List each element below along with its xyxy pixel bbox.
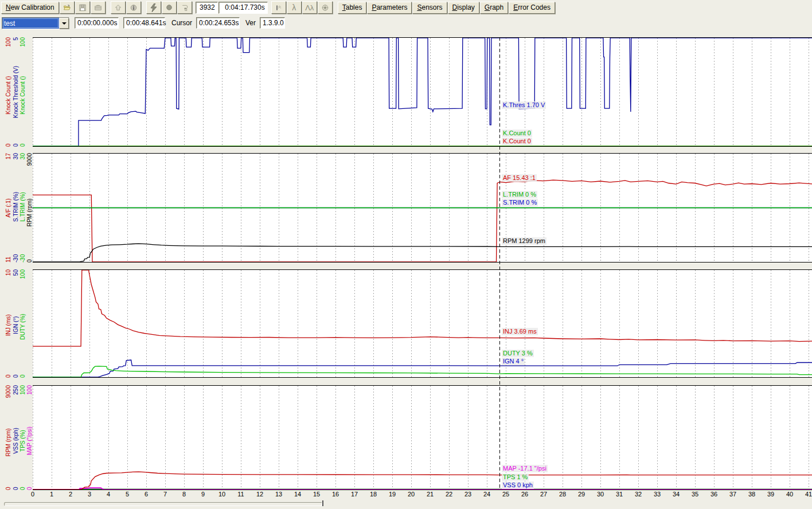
cursor-time-field[interactable]: 0:00:24.653s [196, 17, 240, 29]
axis-min: 0 [13, 487, 19, 490]
plot-panel-fuel-trim-rpm[interactable] [33, 153, 812, 263]
log-time-field[interactable]: 0:04:17.730s [218, 2, 268, 14]
axis-name: RPM (rpm) [5, 428, 11, 456]
axis-name: MAP ("/psi) [26, 426, 33, 455]
axis-fuel-trim-rpm-rpm-rpm-: 0RPM (rpm)9000 [26, 153, 33, 263]
info-button[interactable] [126, 1, 141, 14]
time-end-field[interactable]: 0:00:48.641s [123, 17, 165, 29]
graph-scroll-track[interactable] [4, 502, 322, 506]
datalog-button[interactable] [271, 1, 286, 14]
trace-route-icon [181, 3, 188, 12]
cursor-value-map: MAP -17.1 "/psi [502, 465, 548, 472]
axis-min: 0 [26, 259, 33, 263]
x-tick-32: 32 [635, 491, 642, 498]
record-button[interactable] [162, 1, 177, 14]
graph-area[interactable]: 0Knock Count ()1000Knock Threshold (V)50… [0, 32, 812, 509]
dual-lambda-button[interactable]: Λλ [302, 1, 317, 14]
cursor-value-rpm: RPM 1299 rpm [502, 237, 546, 245]
plot-panel-rpm-vss-tps-map[interactable] [33, 385, 812, 490]
axis-min: 0 [19, 143, 26, 147]
dual-lambda-icon: Λλ [305, 3, 314, 12]
graph-scroll-thumb[interactable] [322, 500, 323, 506]
axis-name: VSS (kph) [13, 428, 19, 454]
axis-rpm-vss-tps-map-rpm-rpm-: 0RPM (rpm)9000 [5, 385, 12, 490]
time-cursor-line[interactable] [499, 37, 500, 490]
axis-min: 0 [5, 143, 11, 147]
x-tick-1: 1 [50, 491, 53, 498]
wheel-icon [322, 3, 329, 12]
menu-tables[interactable]: Tables [338, 2, 367, 14]
x-tick-38: 38 [748, 491, 755, 498]
upload-arrow-icon [115, 3, 122, 12]
axis-name: Knock Count () [5, 76, 11, 115]
axis-name: L.TRIM (%) [19, 192, 26, 221]
menu-display[interactable]: Display [448, 2, 479, 14]
axis-min: 0 [26, 487, 33, 490]
x-tick-11: 11 [237, 491, 244, 498]
x-tick-18: 18 [370, 491, 377, 498]
save-button[interactable] [75, 1, 90, 14]
record-dot-icon [166, 3, 173, 11]
axis-name: S.TRIM (%) [13, 192, 19, 222]
upload-button[interactable] [111, 1, 126, 14]
combobox-dropdown-button[interactable] [59, 18, 69, 29]
series-af-ratio [33, 180, 812, 262]
x-tick-4: 4 [107, 491, 110, 498]
x-tick-27: 27 [540, 491, 547, 498]
x-tick-3: 3 [88, 491, 91, 498]
menu-sensors[interactable]: Sensors [412, 2, 447, 14]
axis-name: Knock Threshold (V) [13, 66, 19, 118]
x-tick-13: 13 [275, 491, 282, 498]
x-tick-31: 31 [616, 491, 623, 498]
axis-max: 100 [19, 385, 26, 395]
axis-max: 17 [5, 153, 11, 159]
axis-name: RPM (rpm) [26, 198, 33, 226]
axis-max: 30 [13, 153, 19, 159]
burn-button[interactable] [146, 1, 161, 14]
cursor-value-s-trim: S.TRIM 0 % [502, 199, 538, 206]
axis-knock-knock-count-: 0Knock Count ()100 [5, 37, 12, 147]
cursor-value-k-count: K.Count 0 [502, 130, 532, 137]
menu-error-codes[interactable]: Error Codes [509, 2, 555, 14]
x-tick-39: 39 [767, 491, 774, 498]
lambda-icon: λ [292, 3, 296, 12]
trace-button[interactable] [177, 1, 192, 14]
cursor-value-ign: IGN 4 ° [502, 358, 525, 365]
x-tick-40: 40 [786, 491, 793, 498]
plot-panel-knock[interactable] [33, 37, 812, 147]
axis-inj-ign-duty-duty-: 0DUTY (%)100 [19, 269, 26, 378]
version-field[interactable]: 1.3.9.0 [260, 17, 285, 29]
frame-count-field[interactable]: 3932 [196, 2, 218, 14]
axis-max: 100 [5, 37, 11, 47]
x-tick-35: 35 [692, 491, 698, 498]
lambda-button[interactable]: λ [287, 1, 302, 14]
menu-graph[interactable]: Graph [480, 2, 508, 14]
save-case-button[interactable] [91, 1, 106, 14]
x-tick-6: 6 [145, 491, 148, 498]
dataset-combobox[interactable]: test [2, 17, 69, 29]
wheel-button[interactable] [318, 1, 333, 14]
series-rpm [33, 244, 812, 262]
axis-fuel-trim-rpm-a-f-1-: 11A/F (:1)17 [5, 153, 12, 263]
lightning-icon [150, 3, 157, 12]
x-tick-34: 34 [673, 491, 680, 498]
axis-knock-knock-count-: 0Knock Count ()100 [19, 37, 26, 147]
axis-name: IGN (°) [13, 316, 19, 334]
x-tick-17: 17 [351, 491, 358, 498]
axis-max: 50 [13, 269, 19, 276]
open-button[interactable] [60, 1, 75, 14]
x-tick-30: 30 [597, 491, 604, 498]
x-tick-12: 12 [256, 491, 263, 498]
version-label: Ver [245, 19, 256, 27]
x-tick-24: 24 [483, 491, 490, 498]
new-calibration-button[interactable]: New Calibration [1, 2, 59, 14]
plot-panel-inj-ign-duty[interactable] [33, 269, 812, 378]
x-tick-10: 10 [218, 491, 225, 498]
axis-max: 9000 [5, 385, 11, 398]
menu-parameters[interactable]: Parameters [367, 2, 412, 14]
time-start-field[interactable]: 0:00:00.000s [75, 17, 119, 29]
x-tick-14: 14 [294, 491, 301, 498]
axis-min: 0 [5, 487, 11, 490]
x-tick-8: 8 [182, 491, 186, 498]
cursor-value-tps: TPS 1 % [502, 473, 529, 481]
